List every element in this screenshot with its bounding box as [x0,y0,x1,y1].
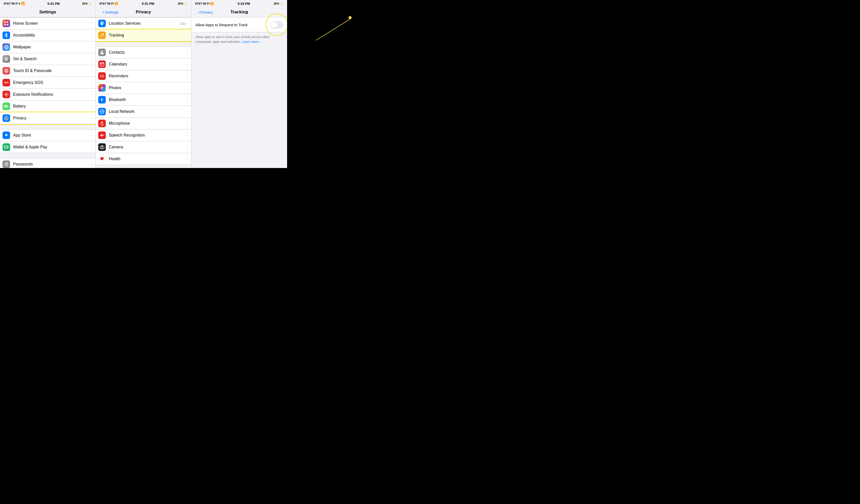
location-icon [98,20,106,27]
privacy-item-localnetwork[interactable]: Local Network › [96,106,191,118]
svg-point-28 [101,51,103,53]
status-bar-2: AT&T Wi-Fi 📶 5:41 PM 25% ⚡ [96,0,191,6]
chevron-sos: › [91,81,92,85]
battery-icon-3: ⚡ [280,2,284,5]
settings-item-wallpaper[interactable]: Wallpaper › [0,41,96,53]
svg-rect-0 [4,21,6,23]
location-svg [99,21,104,26]
chevron-accessibility: › [91,33,92,37]
privacy-item-health[interactable]: Health › [96,153,191,165]
chevron-tracking: › [186,33,188,37]
sos-label: Emergency SOS [13,80,91,85]
siri-svg [4,56,9,61]
localnetwork-label: Local Network [109,109,186,114]
settings-item-touchid[interactable]: Touch ID & Passcode › [0,65,96,77]
svg-point-27 [101,23,103,24]
svg-rect-19 [5,106,7,107]
back-button-privacy[interactable]: ‹ Settings [103,10,118,15]
nav-bar-3: ‹ Privacy Tracking [191,6,287,17]
privacy-item-photos[interactable]: Photos › [96,82,191,94]
settings-item-wallet[interactable]: Wallet & Apple Pay › [0,141,96,153]
touchid-svg [4,68,9,73]
privacy-item-tracking[interactable]: Tracking › [96,29,191,41]
speech-label: Speech Recognition [109,133,186,138]
chevron-location: › [186,21,188,26]
settings-item-accessibility[interactable]: Accessibility › [0,29,96,41]
svg-point-4 [6,33,7,34]
settings-item-battery[interactable]: Battery › [0,101,96,112]
health-svg [99,156,104,161]
battery-percent-2: 25% [178,2,183,5]
chevron-contacts: › [186,51,188,54]
settings-panel: AT&T Wi-Fi ▾ 📶 5:41 PM 25% ⚡ Settings [0,0,96,168]
allow-track-toggle[interactable] [271,21,283,28]
nav-bar-1: Settings [0,6,96,17]
contacts-svg [99,50,104,55]
chevron-back-tracking: ‹ [198,10,200,15]
calendars-icon [98,60,106,68]
sos-text: SOS [4,81,9,84]
settings-item-privacy[interactable]: ✋ Privacy › [0,112,96,124]
settings-item-siri[interactable]: Siri & Search › [0,53,96,65]
chevron-battery: › [91,104,92,108]
svg-point-10 [6,59,7,59]
privacy-list: Location Services On › Tracking › [96,17,191,168]
privacy-item-calendars[interactable]: Calendars › [96,58,191,70]
camera-svg [99,145,104,149]
svg-point-35 [100,76,101,77]
settings-item-passwords[interactable]: Passwords › [0,158,96,168]
home-screen-svg [4,21,9,26]
learn-more-link[interactable]: Learn more... [242,40,261,44]
chevron-home: › [91,21,92,26]
sos-icon: SOS [2,79,10,86]
privacy-panel: AT&T Wi-Fi 📶 5:41 PM 25% ⚡ ‹ Settings Pr… [96,0,191,168]
chevron-calendars: › [186,62,188,66]
microphone-svg [99,121,104,126]
carrier-3: AT&T Wi-Fi 📶 [195,2,214,5]
privacy-item-location[interactable]: Location Services On › [96,17,191,29]
photos-svg [99,85,104,90]
svg-point-38 [101,87,103,89]
status-bar-1: AT&T Wi-Fi ▾ 📶 5:41 PM 25% ⚡ [0,0,96,6]
nav-title-3: Tracking [230,10,248,15]
calendars-svg [99,62,104,67]
svg-rect-29 [100,63,104,66]
speech-svg [99,133,104,138]
localnetwork-icon [98,108,106,115]
home-screen-icon [2,20,10,27]
battery-icon-1: ⚡ [88,2,92,5]
calendars-label: Calendars [109,62,186,67]
settings-group-apps: App Store › Wallet & Apple Pay › [0,129,96,153]
settings-item-exposure[interactable]: Exposure Notifications › [0,89,96,101]
allow-track-row: Allow Apps to Request to Track [191,17,287,32]
wallet-svg [4,145,9,149]
tracking-icon [98,31,106,39]
chevron-back-privacy: ‹ [103,10,104,15]
time-1: 5:41 PM [47,2,60,5]
back-label-tracking: Privacy [200,10,213,14]
settings-item-sos[interactable]: SOS Emergency SOS › [0,77,96,89]
chevron-touchid: › [91,69,92,73]
privacy-item-bluetooth[interactable]: Bluetooth › [96,94,191,106]
settings-item-home-screen[interactable]: Home Screen › [0,17,96,29]
chevron-photos: › [186,86,188,90]
passwords-icon [2,160,10,168]
privacy-item-reminders[interactable]: Reminders › [96,70,191,82]
tracking-svg [99,33,104,38]
privacy-item-camera[interactable]: Camera › [96,141,191,153]
privacy-item-microphone[interactable]: Microphone › [96,118,191,129]
chevron-wallpaper: › [91,45,92,49]
privacy-item-contacts[interactable]: Contacts › [96,46,191,58]
settings-item-appstore[interactable]: App Store › [0,129,96,141]
accessibility-label: Accessibility [13,33,91,38]
chevron-siri: › [91,57,92,61]
privacy-item-speech[interactable]: Speech Recognition › [96,129,191,141]
battery-1: 25% ⚡ [82,2,92,5]
contacts-label: Contacts [109,50,186,55]
allow-track-description: Allow apps to ask to track your activity… [191,32,287,48]
chevron-exposure: › [91,92,92,97]
back-button-tracking[interactable]: ‹ Privacy [198,10,213,15]
battery-icon-2: ⚡ [184,2,188,5]
camera-label: Camera [109,145,186,149]
chevron-health: › [186,157,188,161]
